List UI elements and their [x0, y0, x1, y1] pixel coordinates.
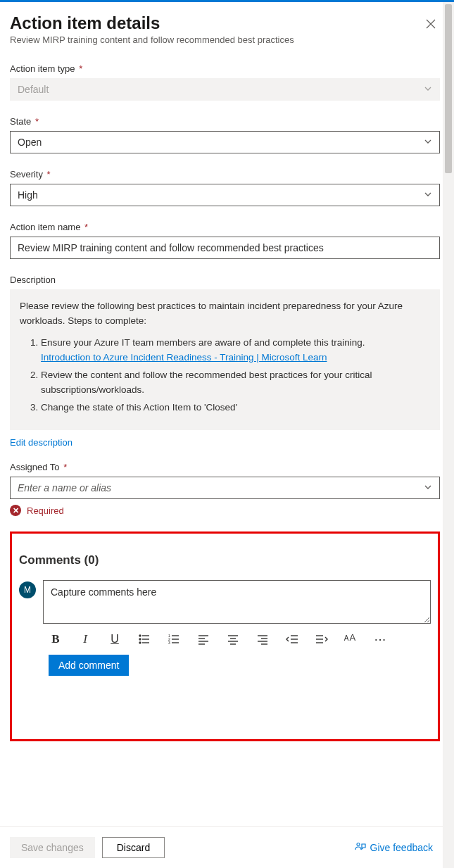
number-list-button[interactable]: 123 [167, 632, 181, 646]
more-button[interactable]: ··· [374, 632, 388, 646]
description-label: Description [10, 275, 440, 285]
give-feedback-link[interactable]: Give feedback [355, 842, 434, 853]
svg-text:3: 3 [168, 641, 170, 645]
bold-button[interactable]: B [49, 632, 63, 646]
align-left-button[interactable] [196, 632, 210, 646]
chevron-down-icon [424, 84, 432, 95]
type-label: Action item type * [10, 63, 440, 74]
assigned-label: Assigned To * [10, 462, 440, 472]
list-item: Ensure your Azure IT team members are aw… [41, 336, 430, 365]
align-right-button[interactable] [256, 632, 270, 646]
underline-button[interactable]: U [108, 632, 122, 646]
feedback-icon [355, 842, 366, 853]
page-subtitle: Review MIRP training content and follow … [10, 34, 294, 45]
comment-textarea[interactable]: Capture comments here [43, 580, 431, 624]
chevron-down-icon [424, 189, 432, 201]
error-icon: ✕ [10, 505, 21, 516]
indent-button[interactable] [315, 632, 329, 646]
svg-point-0 [139, 635, 141, 636]
outdent-button[interactable] [285, 632, 299, 646]
list-item: Change the state of this Action Item to … [41, 401, 430, 415]
rich-text-toolbar: B I U 123 AA [19, 624, 431, 655]
add-comment-button[interactable]: Add comment [49, 655, 129, 676]
severity-select[interactable]: High [10, 184, 440, 206]
svg-point-4 [139, 642, 141, 643]
italic-button[interactable]: I [78, 632, 92, 646]
state-label: State * [10, 116, 440, 127]
save-button: Save changes [10, 837, 95, 858]
bullet-list-button[interactable] [137, 632, 151, 646]
svg-point-30 [357, 843, 360, 846]
chevron-down-icon [424, 482, 432, 493]
align-center-button[interactable] [226, 632, 240, 646]
discard-button[interactable]: Discard [102, 837, 165, 858]
type-select: Default [10, 78, 440, 101]
name-input[interactable]: Review MIRP training content and follow … [10, 237, 440, 259]
severity-label: Severity * [10, 169, 440, 180]
edit-description-button[interactable]: Edit description [10, 430, 72, 448]
font-size-button[interactable]: AA [344, 632, 358, 646]
comments-heading: Comments (0) [19, 553, 431, 567]
footer: Save changes Discard Give feedback [0, 826, 443, 868]
chevron-down-icon [424, 137, 432, 148]
comments-section-highlight: Comments (0) M Capture comments here B I… [10, 532, 440, 741]
svg-point-2 [139, 639, 141, 640]
state-select[interactable]: Open [10, 131, 440, 153]
name-label: Action item name * [10, 222, 440, 232]
training-link[interactable]: Introduction to Azure Incident Readiness… [41, 352, 327, 363]
list-item: Review the content and follow the recomm… [41, 368, 430, 398]
close-button[interactable] [422, 16, 440, 34]
avatar: M [19, 581, 36, 598]
page-title: Action item details [10, 13, 294, 33]
required-error: ✕ Required [10, 505, 440, 516]
assigned-input[interactable]: Enter a name or alias [10, 477, 440, 499]
description-content: Please review the following best practic… [10, 289, 440, 430]
